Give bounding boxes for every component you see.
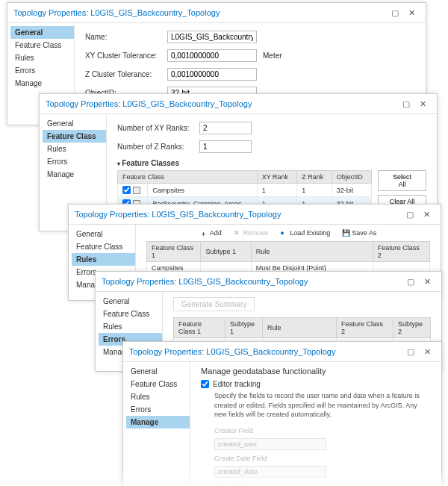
xy-tolerance-label: XY Cluster Tolerance: — [85, 52, 167, 60]
sidebar-item-featureclass[interactable]: Feature Class — [99, 308, 162, 320]
plus-icon: ＋ — [200, 229, 208, 237]
sidebar-item-errors[interactable]: Errors — [43, 155, 106, 168]
fc-icon — [133, 187, 140, 194]
window-title: Topology Properties: L0GIS_GIS_Backcount… — [102, 277, 402, 286]
col-xyrank: XY Rank — [257, 171, 297, 184]
sidebar-item-general[interactable]: General — [99, 295, 162, 308]
remove-rule-button: ✕Remove — [234, 229, 269, 237]
maximize-button[interactable]: ▢ — [402, 345, 419, 358]
col-st1: Subtype 1 — [201, 242, 251, 262]
sidebar-item-manage[interactable]: Manage — [126, 416, 190, 429]
close-button[interactable]: ✕ — [403, 6, 420, 19]
col-rule: Rule — [262, 318, 336, 338]
z-ranks-input[interactable] — [199, 140, 252, 153]
window-title: Topology Properties: L0GIS_GIS_Backcount… — [13, 8, 387, 17]
x-icon: ✕ — [234, 229, 241, 237]
select-all-button[interactable]: Select All — [378, 170, 426, 191]
col-featureclass: Feature Class — [118, 171, 258, 184]
close-button[interactable]: ✕ — [418, 208, 435, 221]
sidebar-item-rules[interactable]: Rules — [10, 52, 74, 64]
unit-label: Meter — [263, 52, 282, 60]
z-ranks-label: Number of Z Ranks: — [117, 143, 199, 151]
name-label: Name: — [85, 33, 167, 41]
sidebar-item-featureclass[interactable]: Feature Class — [10, 39, 74, 52]
col-st2: Subtype 2 — [393, 318, 430, 338]
sidebar-item-errors[interactable]: Errors — [126, 403, 190, 416]
create-date-field-label: Create Date Field — [214, 455, 431, 462]
sidebar-item-errors[interactable]: Errors — [10, 64, 74, 77]
col-rule: Rule — [251, 242, 373, 262]
sidebar-item-rules[interactable]: Rules — [126, 390, 190, 403]
col-objectid: ObjectID — [332, 171, 371, 184]
generate-summary-button[interactable]: Generate Summary — [173, 297, 255, 311]
maximize-button[interactable]: ▢ — [402, 275, 419, 288]
sidebar-item-rules[interactable]: Rules — [99, 320, 162, 333]
row-checkbox[interactable] — [122, 186, 131, 194]
sidebar-item-manage[interactable]: Manage — [43, 168, 106, 181]
sidebar-item-general[interactable]: General — [10, 26, 74, 39]
window-title: Topology Properties: L0GIS_GIS_Backcount… — [46, 99, 398, 108]
manage-title: Manage geodatabase functionality — [201, 367, 431, 376]
editor-tracking-label: Editor tracking — [213, 380, 261, 388]
col-fc1: Feature Class 1 — [174, 318, 225, 338]
save-icon: 💾 — [342, 229, 349, 237]
close-button[interactable]: ✕ — [414, 97, 431, 110]
feature-classes-section[interactable]: Feature Classes — [117, 159, 426, 167]
z-tolerance-input[interactable] — [167, 68, 257, 81]
window-title: Topology Properties: L0GIS_GIS_Backcount… — [75, 210, 402, 219]
sidebar-item-general[interactable]: General — [43, 117, 106, 130]
col-st1: Subtype 1 — [225, 318, 262, 338]
editor-field-label: Editor Field — [214, 482, 431, 486]
sidebar-item-featureclass[interactable]: Feature Class — [126, 378, 190, 390]
table-row[interactable]: Campsites1132-bit — [118, 184, 372, 197]
create-date-field-input[interactable] — [214, 466, 326, 478]
name-input[interactable] — [167, 31, 257, 43]
sidebar-item-rules[interactable]: Rules — [43, 143, 106, 155]
creator-field-label: Creator Field — [214, 427, 431, 434]
sidebar-item-featureclass[interactable]: Feature Class — [43, 130, 106, 143]
editor-tracking-desc: Specify the fields to record the user na… — [214, 391, 431, 420]
close-button[interactable]: ✕ — [419, 275, 435, 288]
xy-ranks-input[interactable] — [199, 122, 252, 134]
window-title: Topology Properties: L0GIS_GIS_Backcount… — [129, 347, 402, 356]
maximize-button[interactable]: ▢ — [402, 208, 418, 221]
load-icon: ● — [280, 229, 287, 237]
sidebar-item-featureclass[interactable]: Feature Class — [72, 240, 135, 253]
col-fc2: Feature Class 2 — [373, 242, 429, 262]
sidebar-item-manage[interactable]: Manage — [10, 77, 74, 90]
xy-tolerance-input[interactable] — [167, 49, 257, 62]
sidebar-item-rules[interactable]: Rules — [72, 253, 135, 266]
maximize-button[interactable]: ▢ — [387, 6, 403, 19]
maximize-button[interactable]: ▢ — [398, 97, 414, 110]
save-as-button[interactable]: 💾Save As — [342, 229, 376, 237]
load-existing-button[interactable]: ●Load Existing — [280, 229, 330, 237]
col-fc1: Feature Class 1 — [147, 242, 201, 262]
xy-ranks-label: Number of XY Ranks: — [117, 124, 199, 132]
col-fc2: Feature Class 2 — [337, 318, 393, 338]
creator-field-input[interactable] — [214, 438, 326, 450]
sidebar-item-general[interactable]: General — [126, 365, 190, 378]
z-tolerance-label: Z Cluster Tolerance: — [85, 70, 167, 78]
close-button[interactable]: ✕ — [419, 345, 435, 358]
col-zrank: Z Rank — [297, 171, 332, 184]
add-rule-button[interactable]: ＋Add — [200, 229, 222, 237]
sidebar-item-general[interactable]: General — [72, 228, 135, 240]
editor-tracking-checkbox[interactable] — [201, 380, 209, 388]
